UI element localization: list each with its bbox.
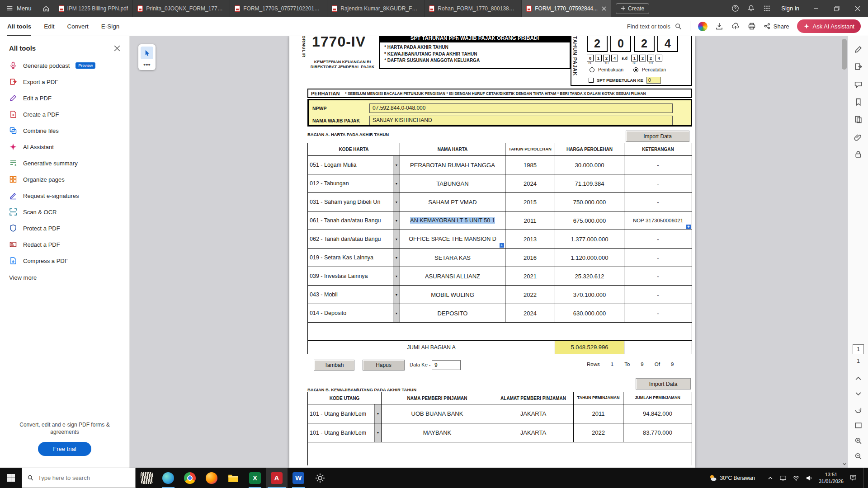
sidebar-item-create-pdf[interactable]: Create a PDF [0,106,129,122]
sidebar-item-compress-pdf[interactable]: Compress a PDF [0,253,129,269]
dropdown-arrow-icon[interactable]: ▼ [393,230,400,248]
document-tab[interactable]: FORM_1770S_075771022014000... [230,0,327,17]
kode-harta-cell[interactable]: 039 - Investasi Lainnya▼ [308,267,400,286]
kode-harta-cell[interactable]: 012 - Tabungan▼ [308,174,400,193]
print-icon[interactable] [748,22,756,30]
import-data-button-a[interactable]: Import Data [626,131,689,142]
attachments-icon[interactable] [854,133,863,142]
harga-cell[interactable]: 750.000.000 [555,193,624,211]
nama-harta-cell[interactable]: SAHAM PT VMAD [400,193,505,211]
tahun-cell[interactable]: 2015 [505,193,555,211]
harga-cell[interactable]: 1.377.000.000 [555,230,624,249]
rotate-page-icon[interactable] [854,406,863,414]
tahun-peminjaman-cell[interactable]: 2022 [574,423,623,442]
harga-cell[interactable]: 30.000.000 [555,156,624,174]
action-center-icon[interactable] [849,474,857,482]
kode-harta-cell[interactable]: 062 - Tanah dan/atau Bangu▼ [308,230,400,249]
kode-utang-cell[interactable]: 101 - Utang Bank/Lem▼ [308,423,382,442]
period-digit-box[interactable]: 0 [587,55,594,61]
pembukuan-radio[interactable] [590,67,594,72]
create-tab-button[interactable]: Create [616,3,649,14]
harga-cell[interactable]: 71.109.384 [555,174,624,193]
alamat-cell[interactable]: JAKARTA [493,404,574,423]
period-digit-box[interactable]: 2 [603,55,610,61]
tahun-cell[interactable]: 2011 [505,211,555,230]
taskbar-chrome[interactable] [179,468,201,488]
kode-harta-cell[interactable]: 061 - Tanah dan/atau Bangu▼ [308,211,400,230]
ask-ai-assistant-button[interactable]: Ask AI Assistant [797,19,861,33]
taskbar-acrobat[interactable]: A [266,468,288,488]
page-thumbnails-icon[interactable] [854,115,863,124]
taskbar-word[interactable]: W [288,468,309,488]
apps-grid-button[interactable] [759,0,775,17]
find-button[interactable]: Find text or tools [627,23,682,30]
sidebar-item-generative-summary[interactable]: Generative summary [0,155,129,171]
nama-pemberi-cell[interactable]: MAYBANK [382,423,493,442]
dropdown-arrow-icon[interactable]: ▼ [393,286,400,304]
display-icon[interactable] [779,474,787,482]
tahun-cell[interactable]: 1985 [505,156,555,174]
keterangan-cell[interactable]: - [624,193,692,211]
taskbar-file-explorer[interactable] [222,468,244,488]
sign-in-button[interactable]: Sign in [775,5,806,12]
tab-esign[interactable]: E-Sign [101,17,120,36]
tab-all-tools[interactable]: All tools [7,17,31,36]
nama-harta-cell[interactable]: PERABOTAN RUMAH TANGGA [400,156,505,174]
zoom-out-icon[interactable] [854,452,863,460]
keterangan-cell[interactable]: - [624,156,692,174]
pembetulan-checkbox[interactable] [589,78,594,83]
taskbar-photos-app[interactable] [136,468,157,488]
sidebar-item-edit-pdf[interactable]: Edit a PDF [0,90,129,106]
dropdown-arrow-icon[interactable]: ▼ [393,249,400,267]
volume-icon[interactable] [806,474,813,482]
harga-cell[interactable]: 630.000.000 [555,304,624,323]
dropdown-arrow-icon[interactable]: ▼ [393,156,400,174]
taskbar-search[interactable] [22,468,136,488]
comments-icon[interactable] [854,80,863,89]
dropdown-arrow-icon[interactable]: ▼ [393,304,400,322]
kode-harta-cell[interactable]: 043 - Mobil▼ [308,286,400,304]
close-panel-icon[interactable] [114,45,120,52]
jumlah-peminjaman-cell[interactable]: 94.842.000 [623,404,692,423]
tahun-cell[interactable]: 2024 [505,304,555,323]
harga-cell[interactable]: 370.100.000 [555,286,624,304]
keterangan-cell[interactable]: - [624,304,692,323]
scrollbar-thumb[interactable] [842,39,847,70]
jumlah-total-field[interactable]: 5.048.529.996 [555,341,624,354]
taskbar-clock[interactable]: 13:51 31/01/2026 [819,471,844,485]
taskbar-edge[interactable] [157,468,179,488]
nama-harta-cell[interactable]: SETARA KAS [400,249,505,267]
dropdown-arrow-icon[interactable]: ▼ [393,193,400,211]
pencatatan-radio[interactable] [633,67,638,72]
period-digit-box[interactable]: 2 [647,55,654,61]
taskbar-weather[interactable]: 30°C Berawan [709,474,755,482]
save-icon[interactable] [715,22,723,30]
next-page-icon[interactable] [854,389,863,398]
tambah-button[interactable]: Tambah [314,360,354,371]
dropdown-arrow-icon[interactable]: ▼ [393,267,400,285]
start-button[interactable] [0,468,22,488]
previous-page-icon[interactable] [854,374,863,383]
nama-harta-cell[interactable]: MOBIL WULING [400,286,505,304]
annotate-icon[interactable] [854,45,863,54]
document-tab-active[interactable]: FORM_1770_07592844... [522,0,611,17]
fit-page-icon[interactable] [854,421,863,430]
year-digit-box[interactable]: 0 [610,36,631,52]
npwp-field[interactable]: 07.592.844.0-048.000 [369,103,673,113]
notifications-button[interactable] [743,0,759,17]
sidebar-item-scan-ocr[interactable]: Scan & OCR [0,204,129,220]
tahun-cell[interactable]: 2016 [505,249,555,267]
keterangan-cell[interactable]: NOP 3173050006021+ [624,211,692,230]
year-digit-box[interactable]: 2 [634,36,655,52]
nama-field[interactable]: SANJAY KISHINCHAND [369,116,673,125]
tahun-cell[interactable]: 2013 [505,230,555,249]
page-number-input[interactable]: 1 [853,344,864,354]
select-tool-button[interactable] [141,47,153,59]
expand-field-icon[interactable]: + [500,243,504,248]
sidebar-item-request-esignatures[interactable]: Request e-signatures [0,188,129,204]
sidebar-item-combine-files[interactable]: Combine files [0,122,129,139]
period-digit-box[interactable]: 4 [611,55,618,61]
sidebar-item-export-pdf[interactable]: Export a PDF [0,74,129,90]
keterangan-cell[interactable]: - [624,267,692,286]
period-digit-box[interactable]: 1 [631,55,638,61]
